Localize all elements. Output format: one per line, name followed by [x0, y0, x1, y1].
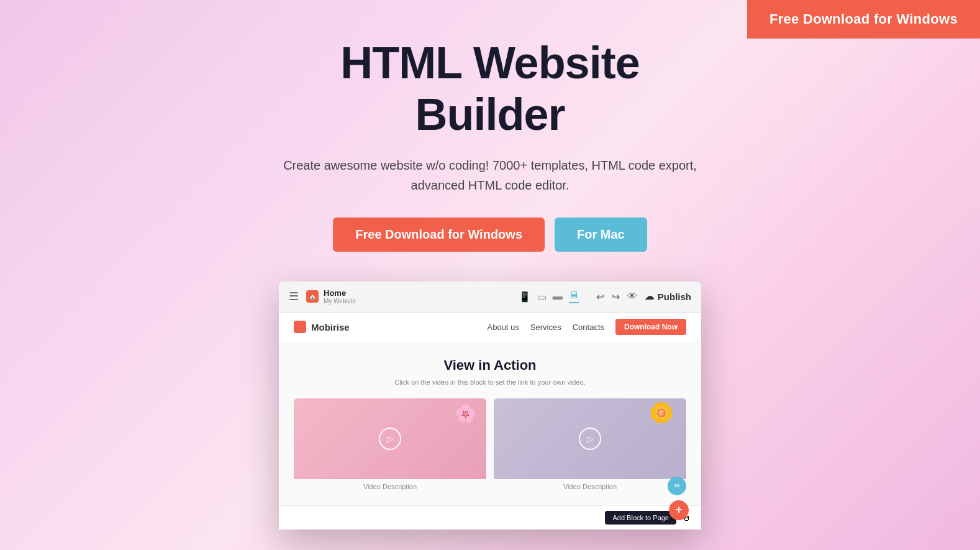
laptop-icon[interactable]: ▬ — [553, 291, 563, 302]
nav-about[interactable]: About us — [488, 323, 519, 332]
play-button-2[interactable]: ▷ — [579, 428, 601, 450]
toolbar-actions: ↩ ↪ 👁 ☁ Publish — [596, 291, 691, 303]
inner-logo: Mobirise — [294, 321, 350, 333]
hero-section: HTML Website Builder Create awesome webs… — [0, 0, 980, 529]
hero-buttons: Free Download for Windows For Mac — [333, 218, 647, 252]
desktop-icon[interactable]: 🖥 — [569, 290, 579, 303]
flower-decoration-2: 🌼 — [649, 401, 674, 424]
undo-icon[interactable]: ↩ — [596, 291, 604, 303]
video-grid: ▷ 🌸 Video Description ▷ 🌼 Video Descript… — [294, 398, 686, 490]
nav-contacts[interactable]: Contacts — [573, 323, 604, 332]
video-card-2[interactable]: ▷ 🌼 Video Description — [494, 398, 686, 490]
video-desc-1: Video Description — [294, 479, 486, 490]
app-toolbar: ☰ 🏠 Home My Website 📱 ▭ ▬ 🖥 ↩ ↪ 👁 — [279, 282, 701, 313]
video-desc-2: Video Description — [494, 479, 686, 490]
inner-content: View in Action Click on the video in thi… — [279, 342, 701, 505]
publish-label: Publish — [658, 291, 691, 302]
download-windows-button[interactable]: Free Download for Windows — [333, 218, 545, 252]
preview-icon[interactable]: 👁 — [627, 291, 637, 302]
tablet-icon[interactable]: ▭ — [537, 291, 547, 303]
hero-title: HTML Website Builder — [340, 37, 639, 140]
video-thumbnail-1: ▷ 🌸 — [294, 398, 486, 479]
inner-logo-text: Mobirise — [311, 322, 350, 332]
menu-icon[interactable]: ☰ — [289, 290, 299, 303]
toolbar-home-text: Home My Website — [324, 288, 356, 305]
app-window: ☰ 🏠 Home My Website 📱 ▭ ▬ 🖥 ↩ ↪ 👁 — [279, 282, 701, 529]
add-fab-button[interactable]: + — [669, 500, 689, 520]
home-title: Home — [324, 288, 356, 298]
publish-button[interactable]: ☁ Publish — [645, 291, 691, 302]
add-block-button[interactable]: Add Block to Page — [605, 511, 676, 525]
publish-icon: ☁ — [645, 291, 654, 302]
hero-subtitle: Create awesome website w/o coding! 7000+… — [279, 155, 701, 195]
home-subtitle: My Website — [324, 298, 356, 305]
video-card-1[interactable]: ▷ 🌸 Video Description — [294, 398, 486, 490]
add-block-bar: Add Block to Page 🖱 — [279, 505, 701, 529]
inner-cta-button[interactable]: Download Now — [615, 319, 686, 335]
inner-logo-icon — [294, 321, 306, 333]
edit-fab-button[interactable]: ✏ — [668, 477, 686, 495]
play-button-1[interactable]: ▷ — [379, 428, 401, 450]
home-icon: 🏠 — [306, 290, 319, 303]
content-heading: View in Action — [294, 357, 686, 374]
flower-decoration-1: 🌸 — [455, 403, 476, 424]
redo-icon[interactable]: ↪ — [612, 291, 620, 303]
content-subtext: Click on the video in this block to set … — [294, 378, 686, 386]
mobile-icon[interactable]: 📱 — [519, 291, 531, 303]
device-selector: 📱 ▭ ▬ 🖥 — [519, 290, 579, 303]
toolbar-home: 🏠 Home My Website — [306, 288, 356, 305]
nav-services[interactable]: Services — [530, 323, 561, 332]
video-thumbnail-2: ▷ 🌼 — [494, 398, 686, 479]
inner-nav-links: About us Services Contacts Download Now — [488, 319, 687, 335]
inner-nav: Mobirise About us Services Contacts Down… — [279, 313, 701, 342]
top-download-button[interactable]: Free Download for Windows — [747, 0, 980, 39]
download-mac-button[interactable]: For Mac — [555, 218, 647, 252]
